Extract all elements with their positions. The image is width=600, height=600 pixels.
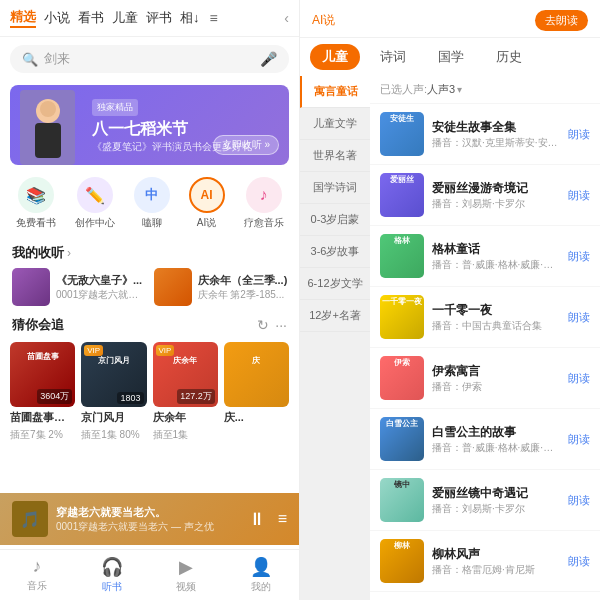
cat-children-lit[interactable]: 儿童文学 — [300, 108, 370, 140]
cat-3-6[interactable]: 3-6岁故事 — [300, 236, 370, 268]
book-listen-0[interactable]: 朗读 — [568, 127, 590, 142]
keliao-icon: 中 — [134, 177, 170, 213]
mic-icon[interactable]: 🎤 — [260, 51, 277, 67]
listening-item-0[interactable]: 《无敌六皇子》... 0001穿越老六就要... — [12, 268, 146, 306]
rec-item-0[interactable]: 苗圃盘事 3604万 苗圃盘事（多人...) 插至7集 2% — [10, 342, 75, 442]
voice-selector[interactable]: 人声3 ▾ — [427, 82, 462, 97]
more-icon[interactable]: ··· — [275, 317, 287, 333]
right-panel: AI说 去朗读 儿童 诗词 国学 历史 寓言童话 儿童文学 世界名著 国学诗词 … — [300, 0, 600, 600]
tab-history[interactable]: 历史 — [484, 44, 534, 70]
menu-icon[interactable]: ≡ — [210, 10, 218, 26]
book-listen-3[interactable]: 朗读 — [568, 310, 590, 325]
rec-vip-2: VIP — [156, 345, 175, 356]
ai-say-label: AI说 — [197, 216, 216, 230]
nav-video[interactable]: ▶ 视频 — [176, 556, 196, 594]
ai-say-icon: AI — [189, 177, 225, 213]
rec-item-1[interactable]: VIP 京门风月 1803 京门风月 插至1集 80% — [81, 342, 146, 442]
nav-item-xiaoshuo[interactable]: 小说 — [44, 9, 70, 27]
book-item-2[interactable]: 格林 格林童话 播音：普·威廉·格林·威廉·格林 朗读 — [370, 226, 600, 287]
action-free-books[interactable]: 📚 免费看书 — [16, 177, 56, 230]
bottom-player[interactable]: 🎵 穿越老六就要当老六。 0001穿越老六就要当老六 — 声之优 ⏸ ≡ — [0, 493, 299, 545]
book-listen-1[interactable]: 朗读 — [568, 188, 590, 203]
nav-item-pingshu[interactable]: 评书 — [146, 9, 172, 27]
search-input[interactable]: 剑来 — [44, 50, 254, 68]
music-nav-label: 音乐 — [27, 579, 47, 593]
book-item-4[interactable]: 伊索 伊索寓言 播音：伊索 朗读 — [370, 348, 600, 409]
cat-world-classics[interactable]: 世界名著 — [300, 140, 370, 172]
book-item-1[interactable]: 爱丽丝 爱丽丝漫游奇境记 播音：刘易斯·卡罗尔 朗读 — [370, 165, 600, 226]
rec-title-2: 庆余年 — [153, 410, 218, 425]
listening-item-1[interactable]: 庆余年（全三季...) 庆余年 第2季-185... — [154, 268, 288, 306]
book-item-6[interactable]: 镜中 爱丽丝镜中奇遇记 播音：刘易斯·卡罗尔 朗读 — [370, 470, 600, 531]
book-title-4: 伊索寓言 — [432, 363, 560, 380]
rec-item-3[interactable]: 庆 庆... — [224, 342, 289, 442]
nav-back-arrow[interactable]: ‹ — [284, 10, 289, 26]
rec-cover-3: 庆 — [224, 342, 289, 407]
left-panel: 精选 小说 看书 儿童 评书 相↓ ≡ ‹ 🔍 剑来 🎤 独家精品 八一七稻米节… — [0, 0, 300, 600]
book-info-0: 安徒生故事全集 播音：汉默·克里斯蒂安·安徒生 — [432, 119, 560, 150]
svg-point-2 — [40, 101, 56, 117]
book-author-2: 播音：普·威廉·格林·威廉·格林 — [432, 258, 560, 272]
book-item-5[interactable]: 白雪公主 白雪公主的故事 播音：普·威廉·格林·威廉·格林 朗读 — [370, 409, 600, 470]
book-listen-4[interactable]: 朗读 — [568, 371, 590, 386]
rec-cover-1: VIP 京门风月 1803 — [81, 342, 146, 407]
playlist-button[interactable]: ≡ — [278, 510, 287, 528]
action-keliao[interactable]: 中 嗑聊 — [134, 177, 170, 230]
book-listen-7[interactable]: 朗读 — [568, 554, 590, 569]
voice-dropdown-arrow: ▾ — [457, 84, 462, 95]
search-bar[interactable]: 🔍 剑来 🎤 — [10, 45, 289, 73]
rec-item-2[interactable]: VIP 庆余年 127.2万 庆余年 插至1集 — [153, 342, 218, 442]
my-listening-title: 我的收听 — [12, 244, 64, 262]
cat-12plus[interactable]: 12岁+名著 — [300, 300, 370, 332]
search-icon: 🔍 — [22, 52, 38, 67]
banner-tag: 独家精品 — [92, 99, 138, 116]
book-cover-0: 安徒生 — [380, 112, 424, 156]
nav-item-kanshu[interactable]: 看书 — [78, 9, 104, 27]
rec-sub-2: 插至1集 — [153, 428, 218, 442]
nav-item-jingxuan[interactable]: 精选 — [10, 8, 36, 28]
book-info-5: 白雪公主的故事 播音：普·威廉·格林·威廉·格林 — [432, 424, 560, 455]
nav-item-xiang[interactable]: 相↓ — [180, 9, 200, 27]
listening-text-1: 庆余年（全三季...) 庆余年 第2季-185... — [198, 273, 288, 302]
play-pause-button[interactable]: ⏸ — [248, 509, 266, 530]
nav-listen[interactable]: 🎧 听书 — [101, 556, 123, 594]
book-item-0[interactable]: 安徒生 安徒生故事全集 播音：汉默·克里斯蒂安·安徒生 朗读 — [370, 104, 600, 165]
listening-items: 《无敌六皇子》... 0001穿越老六就要... 庆余年（全三季...) 庆余年… — [0, 266, 299, 312]
svg-rect-1 — [35, 123, 61, 158]
action-healing-music[interactable]: ♪ 疗愈音乐 — [244, 177, 284, 230]
tab-classics[interactable]: 国学 — [426, 44, 476, 70]
banner-listen-button[interactable]: 立即收听 » — [213, 135, 279, 155]
my-listening-header[interactable]: 我的收听 › — [0, 238, 299, 266]
book-author-1: 播音：刘易斯·卡罗尔 — [432, 197, 560, 211]
cat-classics-poetry[interactable]: 国学诗词 — [300, 172, 370, 204]
nav-profile[interactable]: 👤 我的 — [250, 556, 272, 594]
book-item-3[interactable]: 一千零一夜 一千零一夜 播音：中国古典童话合集 朗读 — [370, 287, 600, 348]
refresh-icon[interactable]: ↻ — [257, 317, 269, 333]
book-item-7[interactable]: 柳林 柳林风声 播音：格雷厄姆·肯尼斯 朗读 — [370, 531, 600, 592]
cat-fairy-tales[interactable]: 寓言童话 — [300, 76, 370, 108]
right-top-bar: AI说 去朗读 — [300, 0, 600, 38]
action-ai-say[interactable]: AI AI说 — [189, 177, 225, 230]
book-listen-2[interactable]: 朗读 — [568, 249, 590, 264]
action-create[interactable]: ✏️ 创作中心 — [75, 177, 115, 230]
cat-0-3[interactable]: 0-3岁启蒙 — [300, 204, 370, 236]
tab-children[interactable]: 儿童 — [310, 44, 360, 70]
book-title-2: 格林童话 — [432, 241, 560, 258]
listening-title-0: 《无敌六皇子》... — [56, 273, 146, 288]
free-books-label: 免费看书 — [16, 216, 56, 230]
nav-music[interactable]: ♪ 音乐 — [27, 556, 47, 594]
book-listen-5[interactable]: 朗读 — [568, 432, 590, 447]
healing-music-label: 疗愈音乐 — [244, 216, 284, 230]
go-read-button[interactable]: 去朗读 — [535, 10, 588, 31]
book-item-8[interactable]: 吹牛 吹牛大王历险记 播音：拉斯彼·尤·比尔希 朗读 — [370, 592, 600, 600]
listening-cover-0 — [12, 268, 50, 306]
book-listen-6[interactable]: 朗读 — [568, 493, 590, 508]
banner[interactable]: 独家精品 八一七稻米节 《盛夏笔记》评书演员书会更多好礼 立即收听 » — [10, 85, 289, 165]
book-info-4: 伊索寓言 播音：伊索 — [432, 363, 560, 394]
player-info: 穿越老六就要当老六。 0001穿越老六就要当老六 — 声之优 — [56, 505, 240, 534]
book-cover-4: 伊索 — [380, 356, 424, 400]
tab-poetry[interactable]: 诗词 — [368, 44, 418, 70]
cat-6-12[interactable]: 6-12岁文学 — [300, 268, 370, 300]
nav-item-ertong[interactable]: 儿童 — [112, 9, 138, 27]
listening-sub-1: 庆余年 第2季-185... — [198, 288, 288, 302]
